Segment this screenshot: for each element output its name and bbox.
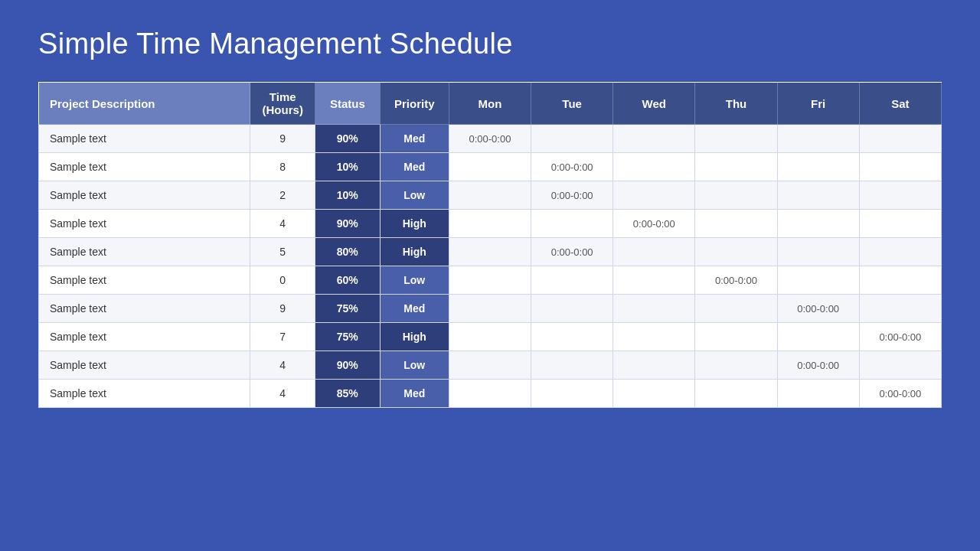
cell-status: 90% <box>315 210 381 238</box>
cell-description: Sample text <box>39 323 250 351</box>
cell-tue <box>531 323 613 351</box>
cell-status: 90% <box>315 351 381 380</box>
cell-mon <box>449 323 531 351</box>
cell-priority: Med <box>380 125 449 153</box>
cell-wed <box>613 266 695 295</box>
table-header-row: Project Description Time(Hours) Status P… <box>39 83 942 125</box>
cell-time: 4 <box>250 380 315 408</box>
cell-thu <box>695 210 777 238</box>
cell-wed <box>613 125 695 153</box>
cell-status: 10% <box>315 153 381 181</box>
cell-mon <box>449 266 531 295</box>
page-title: Simple Time Management Schedule <box>38 28 513 60</box>
cell-wed <box>613 323 695 351</box>
cell-thu <box>695 153 777 181</box>
cell-fri <box>777 380 859 408</box>
cell-sat <box>859 238 941 266</box>
cell-time: 9 <box>250 295 315 323</box>
table-row: Sample text775%High0:00-0:00 <box>39 323 942 351</box>
cell-mon <box>449 181 531 210</box>
cell-description: Sample text <box>39 266 250 295</box>
table-row: Sample text810%Med0:00-0:00 <box>39 153 942 181</box>
cell-thu <box>695 181 777 210</box>
header-fri: Fri <box>777 83 859 125</box>
cell-wed <box>613 153 695 181</box>
cell-priority: Med <box>380 380 449 408</box>
cell-sat: 0:00-0:00 <box>859 323 941 351</box>
cell-tue <box>531 210 613 238</box>
cell-wed: 0:00-0:00 <box>613 210 695 238</box>
cell-thu <box>695 125 777 153</box>
cell-thu <box>695 323 777 351</box>
cell-sat <box>859 125 941 153</box>
cell-description: Sample text <box>39 238 250 266</box>
cell-wed <box>613 238 695 266</box>
cell-tue <box>531 266 613 295</box>
cell-mon <box>449 153 531 181</box>
cell-wed <box>613 181 695 210</box>
cell-priority: Med <box>380 295 449 323</box>
cell-priority: Med <box>380 153 449 181</box>
cell-tue <box>531 125 613 153</box>
cell-description: Sample text <box>39 380 250 408</box>
cell-priority: High <box>380 323 449 351</box>
cell-thu <box>695 295 777 323</box>
header-project-description: Project Description <box>39 83 250 125</box>
cell-status: 80% <box>315 238 381 266</box>
cell-sat <box>859 181 941 210</box>
cell-description: Sample text <box>39 181 250 210</box>
header-tue: Tue <box>531 83 613 125</box>
table-row: Sample text490%High0:00-0:00 <box>39 210 942 238</box>
schedule-table: Project Description Time(Hours) Status P… <box>38 82 942 408</box>
cell-time: 7 <box>250 323 315 351</box>
cell-tue: 0:00-0:00 <box>531 153 613 181</box>
table-row: Sample text990%Med0:00-0:00 <box>39 125 942 153</box>
cell-description: Sample text <box>39 351 250 380</box>
cell-status: 85% <box>315 380 381 408</box>
cell-sat <box>859 153 941 181</box>
header-wed: Wed <box>613 83 695 125</box>
cell-sat <box>859 266 941 295</box>
header-time: Time(Hours) <box>250 83 315 125</box>
cell-sat: 0:00-0:00 <box>859 380 941 408</box>
cell-status: 60% <box>315 266 381 295</box>
cell-priority: Low <box>380 351 449 380</box>
table-row: Sample text210%Low0:00-0:00 <box>39 181 942 210</box>
table-row: Sample text485%Med0:00-0:00 <box>39 380 942 408</box>
cell-time: 0 <box>250 266 315 295</box>
cell-tue <box>531 295 613 323</box>
header-mon: Mon <box>449 83 531 125</box>
cell-status: 75% <box>315 295 381 323</box>
cell-tue: 0:00-0:00 <box>531 238 613 266</box>
cell-mon <box>449 238 531 266</box>
cell-priority: Low <box>380 181 449 210</box>
cell-sat <box>859 295 941 323</box>
cell-description: Sample text <box>39 295 250 323</box>
cell-priority: High <box>380 210 449 238</box>
cell-fri <box>777 238 859 266</box>
cell-thu <box>695 351 777 380</box>
header-sat: Sat <box>859 83 941 125</box>
cell-time: 8 <box>250 153 315 181</box>
cell-fri <box>777 210 859 238</box>
cell-priority: High <box>380 238 449 266</box>
cell-time: 5 <box>250 238 315 266</box>
cell-time: 9 <box>250 125 315 153</box>
cell-thu <box>695 380 777 408</box>
cell-wed <box>613 351 695 380</box>
cell-description: Sample text <box>39 125 250 153</box>
cell-mon <box>449 210 531 238</box>
cell-fri <box>777 125 859 153</box>
cell-sat <box>859 351 941 380</box>
cell-mon <box>449 380 531 408</box>
cell-thu <box>695 238 777 266</box>
cell-tue <box>531 351 613 380</box>
table-row: Sample text490%Low0:00-0:00 <box>39 351 942 380</box>
cell-time: 4 <box>250 210 315 238</box>
cell-description: Sample text <box>39 210 250 238</box>
cell-fri: 0:00-0:00 <box>777 295 859 323</box>
cell-mon <box>449 295 531 323</box>
header-status: Status <box>315 83 381 125</box>
cell-tue: 0:00-0:00 <box>531 181 613 210</box>
cell-time: 4 <box>250 351 315 380</box>
